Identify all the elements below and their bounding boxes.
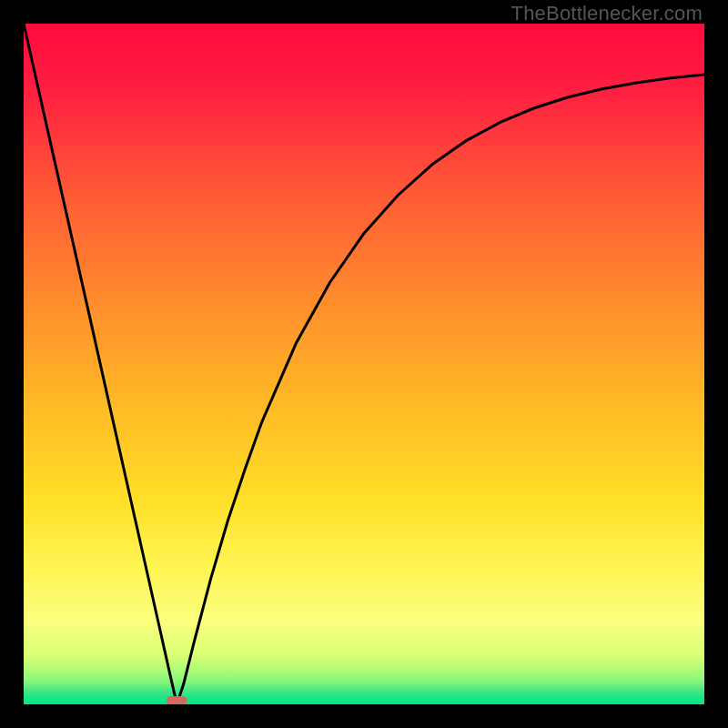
optimum-marker [167,696,187,704]
bottleneck-chart [24,24,704,704]
watermark-text: TheBottlenecker.com [511,2,703,25]
chart-frame [24,24,704,704]
gradient-background [24,24,704,704]
